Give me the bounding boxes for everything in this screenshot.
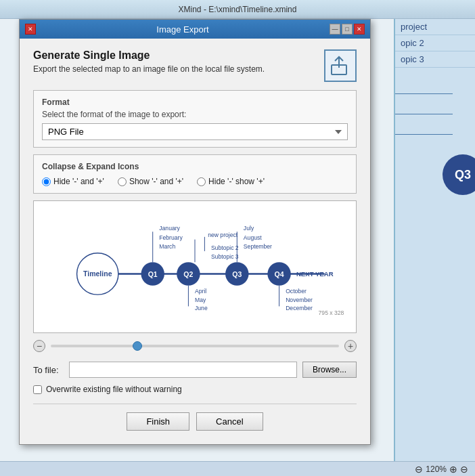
zoom-slider-track[interactable] [51,345,339,347]
svg-text:new project: new project [208,232,238,238]
svg-text:January: January [159,225,180,232]
zoom-minus-icon[interactable]: ⊖ [415,464,423,475]
topic-project[interactable]: project [395,19,475,35]
radio-show-minus-plus-input[interactable] [118,177,127,186]
svg-text:Q2: Q2 [183,270,193,278]
timeline-preview-svg: Timeline Q1 Q2 Q3 Q4 NEXT YEAR new proje… [39,207,350,325]
svg-text:Timeline: Timeline [83,269,112,278]
format-label: Format [42,98,348,107]
topic-2[interactable]: opic 2 [395,35,475,51]
svg-text:Q4: Q4 [275,270,284,278]
svg-text:Q3: Q3 [232,270,242,278]
status-bar: ⊖ 120% ⊕ ⊖ [0,461,475,476]
zoom-slider-row: − + [33,340,357,352]
svg-text:795 x 328: 795 x 328 [319,309,344,316]
checkbox-row: Overwrite existing file without warning [33,385,357,394]
xmind-sidebar: project opic 2 opic 3 Q3 [394,19,475,476]
svg-text:NEXT YEAR: NEXT YEAR [296,270,334,278]
radio-group: Hide '-' and '+' Show '-' and '+' Hide '… [42,177,348,186]
zoom-plus-icon[interactable]: ⊕ [449,464,457,475]
modal-body: Generate Single Image Export the selecte… [20,39,370,444]
radio-show-minus-plus-label: Show '-' and '+' [129,177,183,186]
svg-text:Subtopic 2: Subtopic 2 [211,244,239,251]
svg-text:June: June [195,305,208,311]
svg-text:Q1: Q1 [148,270,158,278]
collapse-label: Collapse & Expand Icons [42,162,348,171]
cancel-button[interactable]: Cancel [196,412,263,431]
svg-text:December: December [286,305,313,311]
format-select[interactable]: PNG File JPEG File BMP File GIF File SVG… [42,123,348,140]
modal-window-controls: — □ ✕ [330,24,365,35]
export-svg-icon [330,56,350,76]
svg-text:Subtopic 3: Subtopic 3 [211,253,239,260]
footer-divider [33,404,357,404]
overwrite-checkbox[interactable] [33,385,42,394]
file-label: To file: [33,365,64,375]
modal-header: Generate Single Image Export the selecte… [33,49,357,82]
radio-hide-minus-plus-label: Hide '-' and '+' [53,177,104,186]
zoom-fit-icon[interactable]: ⊖ [460,464,468,475]
q3-circle: Q3 [443,154,475,195]
zoom-out-button[interactable]: − [33,340,45,352]
export-icon [324,49,357,82]
xmind-titlebar: XMind - E:\xmind\Timeline.xmind [0,0,475,19]
svg-text:November: November [286,297,313,303]
modal-main-title: Generate Single Image [33,49,265,62]
svg-text:March: March [159,243,175,250]
modal-minimize-button[interactable]: — [330,24,340,35]
radio-show-minus-plus[interactable]: Show '-' and '+' [118,177,183,186]
radio-hide-minus-show-plus-input[interactable] [197,177,206,186]
collapse-section: Collapse & Expand Icons Hide '-' and '+'… [33,154,357,194]
image-export-dialog: ✕ Image Export — □ ✕ Generate Single Ima… [19,19,371,445]
modal-header-text: Generate Single Image Export the selecte… [33,49,265,74]
modal-subtitle: Export the selected map to an image file… [33,64,265,74]
radio-hide-minus-plus-input[interactable] [42,177,51,186]
modal-maximize-button[interactable]: □ [342,24,353,35]
footer-buttons: Finish Cancel [33,412,357,433]
overwrite-label: Overwrite existing file without warning [46,385,182,394]
svg-text:February: February [159,234,183,241]
modal-titlebar: ✕ Image Export — □ ✕ [20,20,370,39]
format-sublabel: Select the format of the image to export… [42,110,348,119]
topic-3[interactable]: opic 3 [395,51,475,68]
svg-text:May: May [195,297,206,303]
zoom-in-button[interactable]: + [344,340,357,352]
xmind-title: XMind - E:\xmind\Timeline.xmind [179,5,297,14]
svg-text:April: April [195,288,206,295]
svg-text:September: September [244,243,272,250]
browse-button[interactable]: Browse... [302,362,357,378]
svg-text:October: October [286,288,307,295]
finish-button[interactable]: Finish [127,412,189,431]
zoom-slider-thumb[interactable] [133,341,142,351]
svg-text:August: August [244,234,262,241]
radio-hide-minus-plus[interactable]: Hide '-' and '+' [42,177,104,186]
file-row: To file: Browse... [33,362,357,378]
svg-text:July: July [244,225,254,232]
radio-hide-minus-show-plus[interactable]: Hide '-' show '+' [197,177,265,186]
close-left-icon: ✕ [28,26,33,33]
modal-close-button[interactable]: ✕ [354,24,365,35]
radio-hide-minus-show-plus-label: Hide '-' show '+' [208,177,265,186]
file-input[interactable] [69,362,297,378]
modal-title: Image Export [156,24,208,35]
zoom-level: 120% [426,464,447,474]
modal-close-left-button[interactable]: ✕ [25,24,36,35]
preview-area: Timeline Q1 Q2 Q3 Q4 NEXT YEAR new proje… [33,200,357,333]
format-section: Format Select the format of the image to… [33,90,357,148]
q3-label: Q3 [455,168,471,182]
